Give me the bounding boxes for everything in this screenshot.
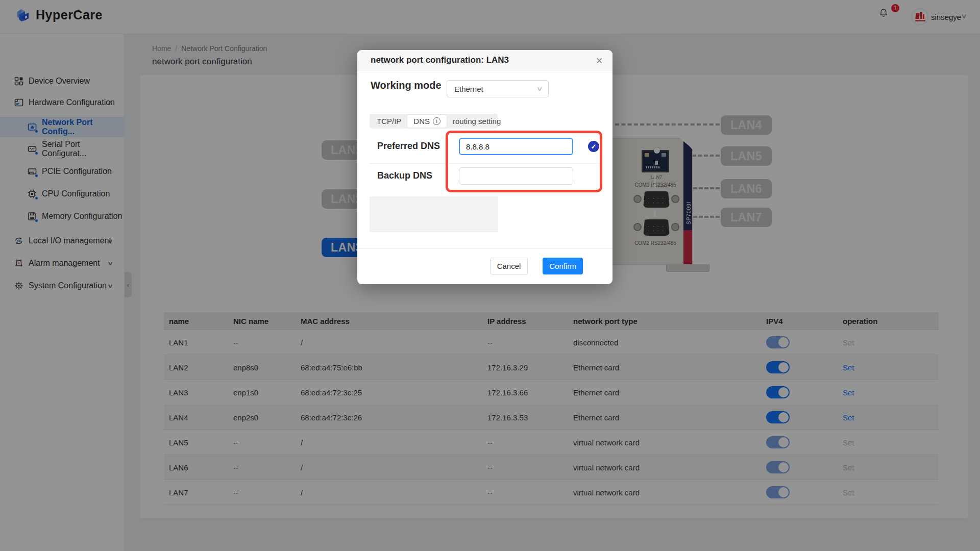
- tab-dns-label: DNS: [413, 117, 430, 126]
- backup-dns-input[interactable]: [459, 167, 573, 185]
- tab-tcpip[interactable]: TCP/IP: [371, 115, 407, 128]
- tab-dns[interactable]: DNS i: [407, 115, 447, 128]
- dialog-title-bar: network port configuration: LAN3: [357, 50, 612, 70]
- port-config-dialog: network port configuration: LAN3 ✕ Worki…: [357, 50, 612, 284]
- backup-dns-label: Backup DNS: [377, 170, 432, 181]
- dialog-title: network port configuration: LAN3: [371, 55, 509, 65]
- dialog-tabbar: TCP/IP DNS i routing setting: [370, 114, 498, 129]
- valid-check-icon: ✓: [588, 141, 599, 152]
- tab-routing-setting[interactable]: routing setting: [447, 115, 507, 128]
- tab-panel-empty-area: [370, 196, 498, 232]
- preferred-dns-input[interactable]: [459, 138, 573, 155]
- dialog-footer-divider: [357, 248, 612, 249]
- cancel-button[interactable]: Cancel: [490, 258, 528, 274]
- confirm-button[interactable]: Confirm: [543, 258, 583, 274]
- working-mode-label: Working mode: [371, 80, 442, 91]
- preferred-dns-label: Preferred DNS: [377, 141, 440, 152]
- field-divider: [370, 163, 602, 164]
- chevron-down-icon: ∨: [536, 85, 543, 92]
- working-mode-select[interactable]: Ethernet ∨: [447, 80, 549, 97]
- info-icon: i: [433, 117, 440, 125]
- close-icon[interactable]: ✕: [593, 55, 605, 67]
- working-mode-value: Ethernet: [454, 85, 483, 93]
